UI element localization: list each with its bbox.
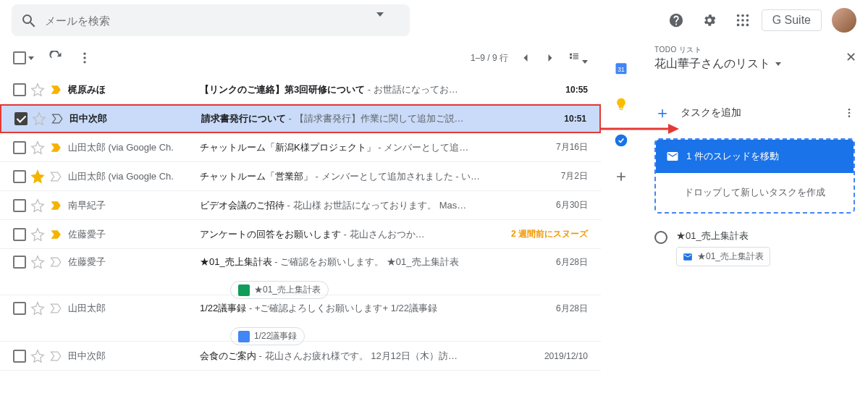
star-icon[interactable] [32, 111, 46, 126]
row-checkbox[interactable] [14, 112, 28, 125]
row-checkbox[interactable] [13, 141, 26, 154]
row-checkbox[interactable] [13, 170, 26, 183]
tasks-header-small: TODO リスト [654, 45, 855, 55]
important-icon[interactable] [49, 255, 64, 269]
subject-line: 請求書発行について - 【請求書発行】作業に関して追加ご説… [201, 112, 524, 125]
important-icon[interactable] [49, 140, 64, 155]
more-icon[interactable] [843, 107, 855, 119]
support-button[interactable] [662, 6, 691, 35]
apps-button[interactable] [728, 6, 757, 35]
date: 2019/12/10 [530, 351, 588, 361]
important-icon[interactable] [49, 83, 64, 97]
task-radio[interactable] [654, 231, 667, 244]
row-checkbox[interactable] [13, 199, 26, 212]
row-checkbox[interactable] [13, 256, 26, 269]
svg-rect-12 [570, 53, 572, 55]
drop-zone[interactable]: 1 件のスレッドを移動 ドロップして新しいタスクを作成 [654, 138, 855, 214]
star-icon[interactable] [30, 83, 45, 97]
mail-row[interactable]: 佐藤愛子 ★01_売上集計表 - ご確認をお願いします。 ★01_売上集計表 6… [0, 249, 601, 295]
important-icon[interactable] [49, 198, 64, 213]
snooze-tag: 2 週間前にスヌーズ [511, 228, 588, 240]
add-task-button[interactable]: ＋ タスクを追加 [654, 102, 855, 124]
svg-rect-14 [573, 55, 579, 56]
sender: 佐藤愛子 [68, 256, 195, 269]
drop-banner: 1 件のスレッドを移動 [656, 140, 854, 173]
drop-body: ドロップして新しいタスクを作成 [656, 173, 854, 212]
tasks-panel: TODO リスト 花山華子さんのリスト ✕ ＋ タスクを追加 1 件のスレッドを… [641, 41, 868, 409]
svg-rect-15 [570, 56, 572, 59]
close-icon[interactable]: ✕ [846, 49, 856, 65]
mail-row[interactable]: 梶原みほ 【リンクのご連絡】第3回研修について - お世話になってお… 10:5… [0, 75, 601, 104]
date: 6月28日 [530, 303, 588, 315]
task-title: ★01_売上集計表 [676, 229, 770, 243]
svg-point-3 [736, 19, 739, 22]
row-checkbox[interactable] [13, 302, 26, 315]
star-icon[interactable] [30, 301, 45, 316]
refresh-button[interactable] [49, 51, 63, 65]
star-icon[interactable] [30, 198, 45, 213]
svg-point-24 [848, 115, 851, 117]
sender: 佐藤愛子 [68, 228, 195, 241]
avatar[interactable] [832, 8, 856, 33]
svg-point-5 [746, 19, 749, 22]
date: 10:51 [528, 114, 586, 124]
subject-line: 【リンクのご連絡】第3回研修について - お世話になってお… [200, 83, 526, 96]
addons-icon[interactable] [614, 169, 628, 184]
settings-button[interactable] [695, 6, 724, 35]
search-input[interactable] [45, 14, 376, 27]
star-icon[interactable] [30, 169, 45, 184]
select-all[interactable] [13, 51, 34, 64]
subject-line: アンケートの回答をお願いします - 花山さんおつか… [200, 228, 425, 241]
subject-line: ビデオ会議のご招待 - 花山様 お世話になっております。 Mas… [200, 199, 526, 212]
star-icon[interactable] [30, 349, 45, 363]
date: 10:55 [530, 85, 588, 95]
svg-point-7 [741, 24, 744, 27]
important-icon[interactable] [49, 301, 64, 316]
density-button[interactable] [568, 51, 588, 66]
task-item[interactable]: ★01_売上集計表 ★01_売上集計表 [654, 229, 855, 266]
more-button[interactable] [77, 51, 92, 65]
next-page-button[interactable] [543, 51, 557, 65]
task-source-chip[interactable]: ★01_売上集計表 [676, 247, 770, 266]
tasks-list-picker[interactable]: 花山華子さんのリスト [654, 56, 855, 72]
mail-icon [666, 150, 679, 163]
prev-page-button[interactable] [518, 51, 533, 65]
mail-row[interactable]: 南早紀子 ビデオ会議のご招待 - 花山様 お世話になっております。 Mas… 6… [0, 191, 601, 220]
important-icon[interactable] [49, 169, 64, 184]
mail-row[interactable]: 山田太郎 1/22議事録 - +ご確認よろしくお願いします+ 1/22議事録 6… [0, 295, 601, 342]
important-icon[interactable] [49, 227, 64, 242]
mail-row[interactable]: 山田太郎 (via Google Ch. チャットルーム「新潟K様プロジェクト」… [0, 133, 601, 162]
tasks-icon[interactable] [614, 133, 628, 148]
gsuite-badge[interactable]: G Suite [762, 9, 822, 31]
star-icon[interactable] [30, 255, 45, 269]
date: 6月30日 [530, 199, 588, 211]
list-toolbar: 1–9 / 9 行 [0, 41, 601, 75]
svg-point-11 [83, 61, 85, 63]
important-icon[interactable] [49, 349, 64, 363]
calendar-icon[interactable]: 31 [614, 61, 628, 75]
attachment-chip[interactable]: ★01_売上集計表 [230, 281, 329, 299]
mail-row[interactable]: 山田太郎 (via Google Ch. チャットルーム「営業部」 - メンバー… [0, 162, 601, 191]
svg-point-6 [736, 24, 739, 27]
search-box[interactable] [12, 4, 410, 36]
docs-icon [238, 331, 250, 342]
attachment-chip[interactable]: 1/22議事録 [230, 327, 305, 345]
sender: 山田太郎 (via Google Ch. [68, 170, 195, 183]
star-icon[interactable] [30, 140, 45, 155]
svg-point-22 [848, 109, 851, 111]
range-label: 1–9 / 9 行 [471, 52, 508, 64]
keep-icon[interactable] [614, 97, 628, 111]
row-checkbox[interactable] [13, 350, 26, 363]
row-checkbox[interactable] [13, 228, 26, 241]
mail-row[interactable]: 佐藤愛子 アンケートの回答をお願いします - 花山さんおつか… 2 週間前にスヌ… [0, 220, 601, 249]
side-rail: 31 [601, 41, 641, 409]
sender: 南早紀子 [68, 199, 195, 212]
mail-row[interactable]: 田中次郎 会食のご案内 - 花山さんお疲れ様です。 12月12日（木）訪… 20… [0, 342, 601, 371]
search-options-icon[interactable] [376, 12, 392, 28]
important-icon[interactable] [51, 111, 65, 126]
subject-line: 1/22議事録 - +ご確認よろしくお願いします+ 1/22議事録 [200, 302, 526, 315]
mail-row-selected[interactable]: 田中次郎 請求書発行について - 【請求書発行】作業に関して追加ご説… 10:5… [0, 104, 601, 133]
date: 7月2日 [530, 170, 588, 182]
row-checkbox[interactable] [13, 83, 26, 96]
star-icon[interactable] [30, 227, 45, 242]
